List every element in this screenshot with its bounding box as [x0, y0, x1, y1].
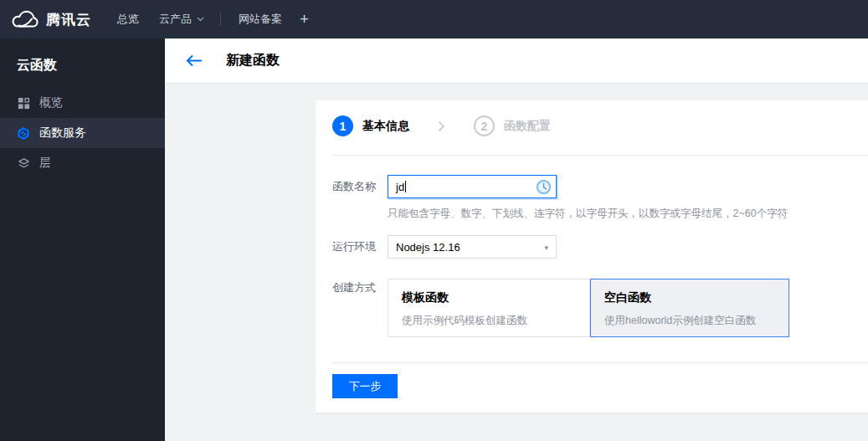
- cloud-logo-icon: [11, 10, 39, 29]
- runtime-selected-value: Nodejs 12.16: [396, 241, 460, 254]
- brand-text: 腾讯云: [46, 10, 91, 29]
- option-title: 空白函数: [604, 290, 788, 305]
- divider: [332, 155, 868, 156]
- option-description: 使用helloworld示例创建空白函数: [604, 314, 788, 328]
- topnav-label: 网站备案: [239, 0, 282, 38]
- function-name-input[interactable]: jd: [388, 175, 557, 198]
- topnav-item-website-record[interactable]: 网站备案: [239, 0, 282, 38]
- sidebar-item-overview[interactable]: 概览: [0, 88, 165, 118]
- chevron-down-icon: [197, 17, 204, 22]
- function-name-helper-text: 只能包含字母、数字、下划线、连字符，以字母开头，以数字或字母结尾，2~60个字符: [388, 207, 788, 221]
- layers-icon: [17, 156, 30, 170]
- sidebar-title: 云函数: [0, 38, 165, 74]
- step-2-label: 函数配置: [504, 119, 551, 134]
- topnav-item-cloud-products[interactable]: 云产品: [159, 0, 204, 38]
- option-card-template-function[interactable]: 模板函数 使用示例代码模板创建函数: [388, 279, 590, 337]
- option-description: 使用示例代码模板创建函数: [402, 314, 589, 328]
- sidebar-item-label: 层: [39, 156, 51, 171]
- topnav-separator: [220, 13, 221, 26]
- history-clock-icon[interactable]: [536, 179, 552, 195]
- creation-method-label: 创建方式: [332, 280, 376, 295]
- grid-icon: [17, 96, 30, 110]
- topbar: 腾讯云 总览 云产品 网站备案 +: [0, 0, 868, 38]
- sidebar: 云函数 概览 函数服务: [0, 38, 165, 441]
- select-caret-icon: ▾: [544, 244, 548, 252]
- page-title: 新建函数: [226, 52, 280, 69]
- sidebar-menu: 概览 函数服务 层: [0, 88, 165, 178]
- step-1-circle: 1: [332, 115, 353, 136]
- divider: [332, 362, 868, 363]
- option-card-blank-function[interactable]: 空白函数 使用helloworld示例创建空白函数: [590, 279, 789, 337]
- topnav-label: 云产品: [159, 0, 192, 38]
- function-name-value: jd: [396, 181, 404, 193]
- sidebar-item-label: 概览: [39, 95, 63, 110]
- back-arrow-icon[interactable]: [186, 54, 203, 67]
- sidebar-item-label: 函数服务: [39, 126, 86, 141]
- sidebar-item-layers[interactable]: 层: [0, 148, 165, 178]
- next-step-button[interactable]: 下一步: [332, 374, 398, 398]
- function-name-label: 函数名称: [332, 175, 376, 198]
- sidebar-item-function-service[interactable]: 函数服务: [0, 118, 165, 148]
- runtime-label: 运行环境: [332, 235, 376, 259]
- step-indicator: 1 基本信息 2 函数配置: [332, 115, 551, 136]
- tencent-cloud-logo[interactable]: 腾讯云: [11, 0, 91, 38]
- content-area: 1 基本信息 2 函数配置 函数名称 jd 只能包含字母、数字、下划线、连字符，…: [165, 83, 868, 441]
- topnav-item-overview[interactable]: 总览: [117, 0, 139, 38]
- text-cursor: [405, 181, 406, 192]
- step-2-circle: 2: [474, 115, 495, 136]
- topnav-add-button[interactable]: +: [300, 0, 309, 38]
- step-1-label: 基本信息: [362, 119, 409, 134]
- runtime-select[interactable]: Nodejs 12.16 ▾: [388, 235, 557, 259]
- plus-icon: +: [300, 0, 309, 38]
- scf-hexagon-icon: [17, 126, 30, 140]
- step-chevron-icon: [438, 121, 445, 132]
- option-title: 模板函数: [402, 290, 589, 305]
- topnav-label: 总览: [117, 0, 139, 38]
- create-function-card: 1 基本信息 2 函数配置 函数名称 jd 只能包含字母、数字、下划线、连字符，…: [316, 100, 868, 413]
- page-header: 新建函数: [165, 38, 868, 83]
